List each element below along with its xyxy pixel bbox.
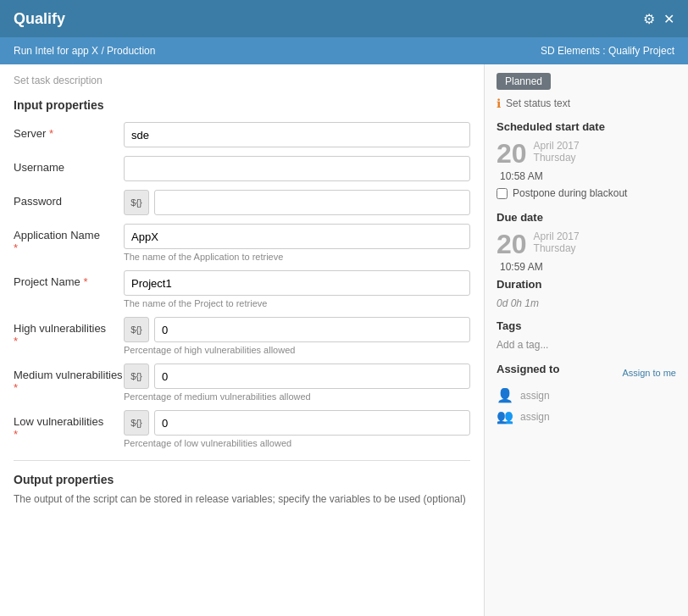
medium-vuln-wrapper: ${} (124, 363, 470, 389)
low-vuln-input[interactable] (154, 410, 470, 436)
assignee-1-text[interactable]: assign (520, 390, 550, 402)
modal-body: Set task description Input properties Se… (0, 64, 688, 616)
left-panel: Set task description Input properties Se… (0, 64, 485, 616)
modal-subheader: Run Intel for app X / Production SD Elem… (0, 37, 688, 64)
tags-title: Tags (497, 319, 676, 332)
header-icons: ⚙ ✕ (643, 11, 674, 27)
output-desc: The output of the script can be stored i… (14, 491, 470, 507)
high-vuln-row: High vulnerabilities * ${} Percentage of… (14, 317, 470, 355)
password-variable-btn[interactable]: ${} (124, 190, 149, 215)
app-name-label: Application Name * (14, 224, 124, 254)
medium-vuln-row: Medium vulnerabilities * ${} Percentage … (14, 363, 470, 402)
low-vuln-label: Low vulnerabilities * (14, 410, 124, 441)
output-section: Output properties The output of the scri… (14, 473, 470, 507)
medium-vuln-hint: Percentage of medium vulnerabilities all… (124, 391, 470, 402)
due-date-display: 20 April 2017 Thursday (497, 230, 676, 258)
scheduled-day: 20 (497, 140, 527, 167)
low-vuln-row: Low vulnerabilities * ${} Percentage of … (14, 410, 470, 448)
close-icon[interactable]: ✕ (663, 11, 674, 27)
project-name-field: The name of the Project to retrieve (124, 270, 470, 308)
modal-header: Qualify ⚙ ✕ (0, 0, 688, 37)
assigned-to-title: Assigned to (497, 363, 559, 375)
assignee-row-2: 👥 assign (497, 408, 676, 425)
medium-vuln-label: Medium vulnerabilities * (14, 363, 124, 394)
person-icon-1: 👤 (497, 387, 513, 403)
high-vuln-variable-btn[interactable]: ${} (124, 317, 149, 342)
set-task-desc[interactable]: Set task description (14, 75, 470, 86)
add-tag[interactable]: Add a tag... (497, 339, 676, 351)
due-date-title: Due date (497, 211, 676, 224)
low-vuln-wrapper: ${} (124, 410, 470, 436)
scheduled-month-day: April 2017 Thursday (534, 140, 580, 164)
project-name-label: Project Name * (14, 270, 124, 288)
server-field (124, 122, 470, 147)
postpone-label: Postpone during blackout (513, 187, 627, 199)
project-name-hint: The name of the Project to retrieve (124, 298, 470, 308)
breadcrumb-left: Run Intel for app X / Production (14, 45, 155, 57)
duration-title: Duration (497, 278, 676, 291)
scheduled-weekday: Thursday (534, 152, 580, 164)
password-input-wrapper: ${} (124, 190, 470, 215)
high-vuln-input[interactable] (154, 317, 470, 342)
low-vuln-field: ${} Percentage of low vulnerabilities al… (124, 410, 470, 448)
server-input[interactable] (124, 122, 470, 147)
password-label: Password (14, 190, 124, 208)
assignee-2-text[interactable]: assign (520, 411, 550, 423)
server-label: Server * (14, 122, 124, 140)
low-vuln-hint: Percentage of low vulnerabilities allowe… (124, 438, 470, 448)
medium-vuln-input[interactable] (154, 363, 470, 389)
input-properties-title: Input properties (14, 98, 470, 112)
due-time: 10:59 AM (497, 261, 676, 273)
scheduled-month: April 2017 (534, 140, 580, 152)
status-text-row: ℹ Set status text (497, 97, 676, 110)
output-title: Output properties (14, 473, 470, 486)
postpone-row: Postpone during blackout (497, 187, 676, 199)
duration-value: 0d 0h 1m (497, 297, 676, 309)
username-label: Username (14, 156, 124, 174)
status-text[interactable]: Set status text (506, 97, 570, 109)
assigned-header: Assigned to Assign to me (497, 363, 676, 382)
app-name-hint: The name of the Application to retrieve (124, 252, 470, 262)
app-name-row: Application Name * The name of the Appli… (14, 224, 470, 262)
tags-section: Tags Add a tag... (497, 319, 676, 351)
info-icon: ℹ (497, 97, 501, 110)
right-panel: Planned ℹ Set status text Scheduled star… (485, 64, 688, 616)
username-field (124, 156, 470, 181)
person-icon-2: 👥 (497, 408, 513, 425)
breadcrumb-right: SD Elements : Qualify Project (541, 45, 674, 57)
project-name-input[interactable] (124, 270, 470, 296)
medium-vuln-variable-btn[interactable]: ${} (124, 363, 149, 389)
low-vuln-variable-btn[interactable]: ${} (124, 410, 149, 436)
password-field: ${} (124, 190, 470, 215)
due-month-day: April 2017 Thursday (534, 230, 580, 254)
settings-icon[interactable]: ⚙ (643, 11, 655, 27)
postpone-checkbox[interactable] (497, 188, 508, 199)
divider (14, 460, 470, 461)
project-name-row: Project Name * The name of the Project t… (14, 270, 470, 308)
scheduled-start-title: Scheduled start date (497, 120, 676, 133)
server-row: Server * (14, 122, 470, 147)
app-name-field: The name of the Application to retrieve (124, 224, 470, 262)
due-day: 20 (497, 230, 527, 258)
assigned-section: Assigned to Assign to me 👤 assign 👥 assi… (497, 363, 676, 425)
medium-vuln-field: ${} Percentage of medium vulnerabilities… (124, 363, 470, 402)
scheduled-date-display: 20 April 2017 Thursday (497, 140, 676, 167)
due-month: April 2017 (534, 230, 580, 242)
high-vuln-wrapper: ${} (124, 317, 470, 342)
app-name-input[interactable] (124, 224, 470, 249)
assignee-row-1: 👤 assign (497, 387, 676, 403)
high-vuln-hint: Percentage of high vulnerabilities allow… (124, 345, 470, 355)
modal-title: Qualify (14, 10, 65, 28)
password-input[interactable] (154, 190, 470, 215)
due-weekday: Thursday (534, 242, 580, 254)
username-row: Username (14, 156, 470, 181)
status-badge[interactable]: Planned (497, 73, 551, 90)
scheduled-time: 10:58 AM (497, 170, 676, 182)
password-row: Password ${} (14, 190, 470, 215)
high-vuln-field: ${} Percentage of high vulnerabilities a… (124, 317, 470, 355)
username-input[interactable] (124, 156, 470, 181)
qualify-modal: Qualify ⚙ ✕ Run Intel for app X / Produc… (0, 0, 688, 616)
high-vuln-label: High vulnerabilities * (14, 317, 124, 347)
assign-to-me-btn[interactable]: Assign to me (622, 368, 676, 378)
